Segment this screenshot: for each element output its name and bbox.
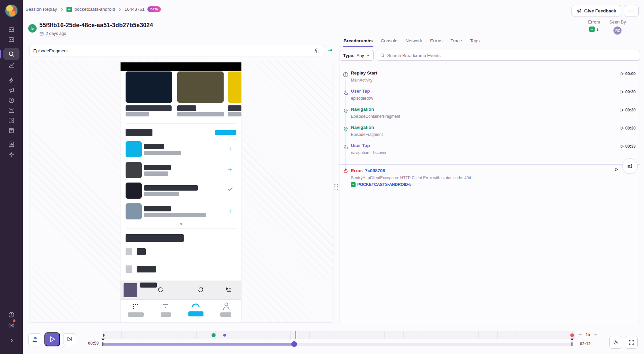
play-icon — [620, 126, 624, 130]
tab-tags[interactable]: Tags — [470, 35, 480, 47]
player-controls: 10 — [28, 332, 76, 346]
event-timestamp[interactable]: 00:30 — [620, 90, 636, 94]
sidebar-item-alerts-siren-icon[interactable] — [8, 107, 15, 114]
breadcrumb-event-replay-start[interactable]: Replay Start MainActivity 00:00 — [339, 70, 640, 88]
replay-viewport[interactable]: + + + — [30, 60, 333, 323]
sidebar-item-layout-icon[interactable] — [8, 117, 15, 124]
event-timestamp[interactable]: 00:30 — [620, 108, 636, 112]
errors-count[interactable]: 1 — [596, 27, 599, 32]
location-pin-icon — [343, 108, 349, 114]
event-timestamp[interactable] — [614, 167, 618, 171]
search-icon — [380, 53, 385, 58]
next-breadcrumb-button[interactable] — [63, 333, 76, 345]
sidebar-item-dashboards-icon[interactable] — [8, 62, 15, 69]
session-age-label[interactable]: 2 days ago — [46, 31, 66, 36]
sidebar-item-packages-icon[interactable] — [8, 127, 15, 134]
event-description: episodeRow — [351, 96, 636, 101]
tab-console[interactable]: Console — [381, 35, 398, 47]
plus-icon: + — [228, 145, 232, 153]
current-breadcrumb-field — [30, 45, 324, 56]
breadcrumb-event-navigation[interactable]: Navigation EpisodeContainerFragment 00:3… — [339, 106, 640, 124]
breadcrumb-session-replay[interactable]: Session Replay — [26, 7, 57, 12]
copy-icon[interactable] — [314, 47, 320, 54]
tab-trace[interactable]: Trace — [451, 35, 462, 47]
timeline-marker-error[interactable] — [570, 334, 574, 337]
breadcrumb-replay-id[interactable]: 16443761 — [125, 7, 145, 12]
timeline-marker-navigation[interactable] — [212, 333, 216, 337]
wireframe-section-title — [126, 234, 184, 242]
breadcrumb-project[interactable]: pocketcasts-android — [75, 7, 115, 12]
scrubber-handle[interactable] — [291, 341, 297, 347]
breadcrumb-event-user-tap[interactable]: User Tap navigation_discover 00:33 — [339, 142, 640, 160]
sidebar-item-settings-gear-icon[interactable] — [8, 151, 15, 158]
wireframe-section-title — [126, 129, 152, 136]
type-filter-dropdown[interactable]: Type: Any — [339, 50, 374, 61]
speed-value[interactable]: 1x — [586, 332, 590, 337]
timeline-event-strip[interactable] — [103, 331, 575, 339]
sidebar-item-replays-history-icon[interactable] — [8, 97, 15, 104]
timeline-marker-start[interactable] — [103, 334, 105, 337]
breadcrumb: Session Replay pocketcasts-android 16443… — [26, 6, 161, 12]
event-timestamp[interactable]: 00:30 — [620, 126, 636, 131]
player-scrubber[interactable] — [103, 343, 572, 346]
focus-tabs: Breadcrumbs Console Network Errors Trace… — [339, 35, 640, 47]
session-age: 2 days ago — [39, 31, 66, 36]
replay-settings-button[interactable] — [609, 336, 622, 349]
info-icon — [343, 72, 349, 78]
help-icon[interactable] — [8, 311, 15, 318]
wireframe-checkbox — [126, 248, 132, 255]
tab-network[interactable]: Network — [406, 35, 422, 47]
error-id-link[interactable]: 7c098708 — [365, 168, 385, 173]
android-project-icon — [66, 7, 72, 12]
wireframe-text-block — [144, 151, 181, 155]
speed-increase-button[interactable]: + — [594, 332, 597, 338]
event-description: EpisodeContainerFragment — [351, 114, 636, 119]
panel-resize-handle[interactable] — [334, 182, 339, 191]
sidebar-item-feedback-megaphone-icon[interactable] — [8, 87, 15, 94]
flame-icon — [343, 168, 349, 173]
seen-by-meta: Seen By RZ — [609, 19, 626, 35]
sidebar-item-insights-lightning-icon[interactable] — [8, 77, 15, 84]
event-timestamp[interactable]: 00:33 — [620, 144, 636, 149]
wireframe-tab-label — [128, 312, 144, 317]
sidebar-item-explore-search-icon[interactable] — [8, 51, 15, 57]
wireframe-avatar — [126, 203, 142, 219]
event-timestamp[interactable]: 00:00 — [620, 71, 636, 76]
expand-sidebar-chevron-icon[interactable] — [8, 337, 15, 344]
event-title: Navigation — [351, 107, 636, 112]
wireframe-tab-label — [161, 312, 171, 317]
rewind-amount-label: 10 — [33, 337, 37, 340]
event-title: Replay Start — [351, 70, 636, 75]
breadcrumb-event-navigation[interactable]: Navigation EpisodeFragment 00:30 — [339, 124, 640, 142]
sidebar-item-projects-icon[interactable] — [8, 36, 15, 43]
sidebar-item-stats-icon[interactable] — [8, 141, 15, 148]
tab-breadcrumbs[interactable]: Breadcrumbs — [343, 35, 373, 47]
give-feedback-button[interactable]: Give Feedback — [571, 5, 621, 16]
broadcast-icon[interactable] — [8, 322, 15, 329]
timeline-marker-tap[interactable] — [223, 334, 226, 337]
play-button[interactable] — [44, 332, 60, 346]
wireframe-text-block — [137, 248, 146, 255]
android-platform-icon — [327, 47, 333, 53]
fullscreen-button[interactable] — [625, 336, 638, 349]
speed-decrease-button[interactable]: − — [579, 332, 582, 338]
event-title: User Tap — [351, 143, 636, 148]
wireframe-cyan-button — [215, 130, 236, 135]
skip-back-icon — [157, 286, 164, 293]
wireframe-text-block — [144, 165, 171, 170]
org-avatar[interactable] — [5, 4, 18, 17]
error-project-link[interactable]: POCKETCASTS-ANDROID-5 — [351, 182, 636, 187]
seen-by-label: Seen By — [609, 19, 626, 24]
tab-errors[interactable]: Errors — [430, 35, 443, 47]
breadcrumb-event-user-tap[interactable]: User Tap episodeRow 00:30 — [339, 88, 640, 106]
breadcrumb-search-input[interactable] — [387, 53, 637, 58]
wireframe-text-block — [144, 206, 171, 211]
rewind-10-button[interactable]: 10 — [28, 333, 41, 345]
floating-feedback-button[interactable] — [622, 158, 638, 174]
sidebar-item-issues-icon[interactable] — [8, 26, 15, 33]
more-options-button[interactable]: ··· — [624, 5, 639, 16]
breadcrumb-event-error[interactable]: Error: 7c098708 SentryHttpClientExceptio… — [339, 164, 640, 187]
wireframe-avatar — [126, 162, 142, 178]
current-breadcrumb-input[interactable] — [33, 48, 314, 53]
wireframe-card — [126, 71, 172, 103]
